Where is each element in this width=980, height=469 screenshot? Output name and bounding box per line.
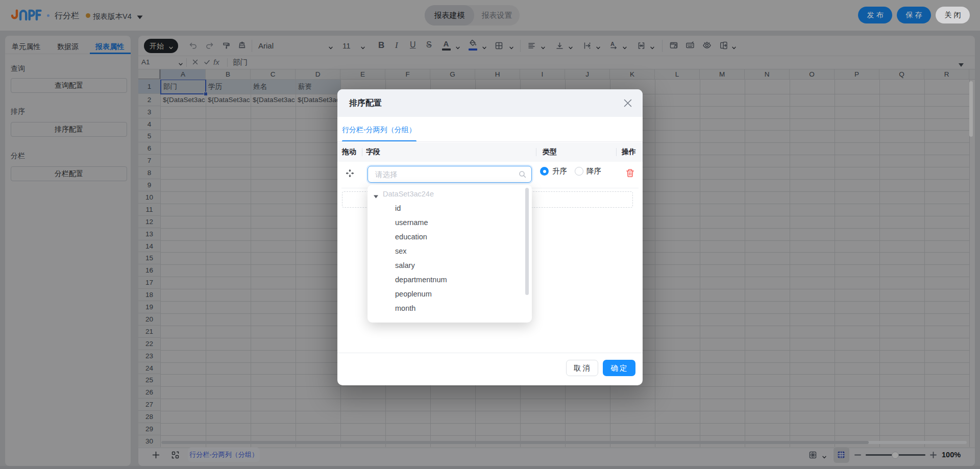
svg-text:A: A <box>610 41 615 47</box>
